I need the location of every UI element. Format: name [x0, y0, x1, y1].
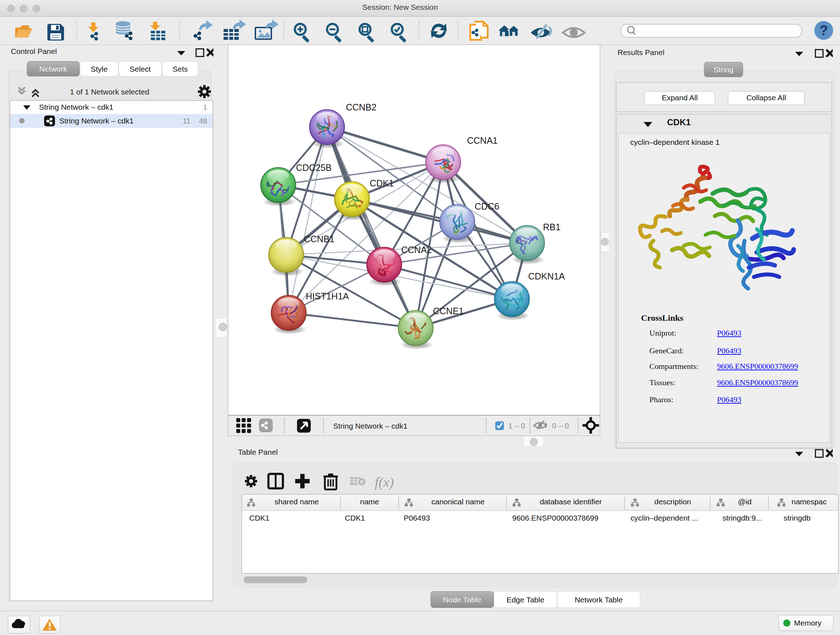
svg-text:1 – 0: 1 – 0 [508, 421, 525, 430]
svg-text:CCNB2: CCNB2 [346, 102, 377, 112]
svg-text:CDC25B: CDC25B [296, 163, 332, 173]
svg-text:String Network – cdk1: String Network – cdk1 [333, 422, 407, 430]
svg-text:f(x): f(x) [375, 475, 394, 490]
svg-text:CDC6: CDC6 [475, 201, 499, 211]
svg-text:CCNA2: CCNA2 [401, 245, 432, 255]
svg-text:CDK1: CDK1 [370, 178, 394, 188]
svg-text:HIST1H1A: HIST1H1A [306, 291, 349, 301]
svg-text:0 – 0: 0 – 0 [552, 421, 569, 430]
svg-text:?: ? [819, 23, 828, 38]
svg-text:CDKN1A: CDKN1A [528, 271, 565, 281]
svg-text:CCNE1: CCNE1 [433, 306, 464, 316]
svg-text:RB1: RB1 [543, 222, 561, 232]
svg-text:CCNB1: CCNB1 [304, 234, 335, 244]
svg-text:CCNA1: CCNA1 [467, 135, 498, 146]
